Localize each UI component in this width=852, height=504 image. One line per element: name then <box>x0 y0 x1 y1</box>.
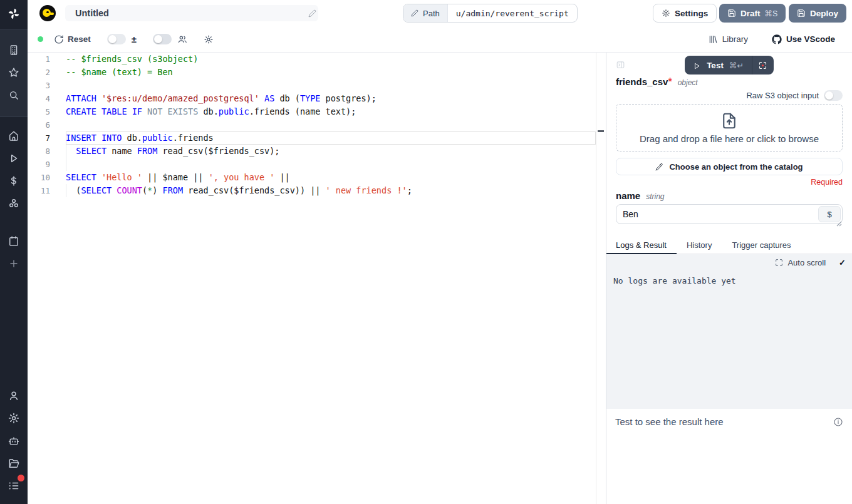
line-number: 6 <box>28 118 50 131</box>
diff-plus-minus-icon: ± <box>132 34 137 44</box>
collapse-panel-icon[interactable] <box>616 60 625 69</box>
resources-icon[interactable] <box>8 197 20 210</box>
line-number: 7 <box>28 131 50 145</box>
capture-target-icon <box>758 61 767 70</box>
path-value: u/admin/reverent_script <box>447 4 577 22</box>
code-lines: 1-- $friends_csv (s3object)2-- $name (te… <box>28 53 606 197</box>
settings-gear-icon[interactable] <box>8 412 20 424</box>
tab-logs-result[interactable]: Logs & Result <box>606 237 677 254</box>
code-text: ATTACH '$res:u/demo/amazed_postgresql' A… <box>66 92 377 105</box>
schedules-calendar-icon[interactable] <box>8 235 20 247</box>
editor-settings-gear-icon[interactable] <box>204 34 214 44</box>
line-number: 10 <box>28 171 50 184</box>
code-text: INSERT INTO db.public.friends <box>66 131 214 145</box>
save-icon <box>797 9 806 18</box>
raw-s3-toggle[interactable] <box>824 90 843 101</box>
test-button[interactable]: Test ⌘↵ <box>685 56 752 75</box>
required-star: * <box>668 76 672 88</box>
reset-button[interactable]: Reset <box>54 34 91 44</box>
save-icon <box>727 9 736 18</box>
resize-handle[interactable] <box>836 218 842 224</box>
arg-name: friends_csv <box>616 76 668 87</box>
raw-s3-row: Raw S3 object input <box>616 89 843 101</box>
logs-empty-message: No logs are available yet <box>613 276 846 285</box>
left-sidebar <box>0 0 28 504</box>
code-text: CREATE TABLE IF NOT EXISTS db.public.fri… <box>66 105 356 118</box>
edit-title-pencil-icon[interactable] <box>308 9 316 17</box>
top-header: Path u/admin/reverent_script Settings Dr… <box>28 0 852 26</box>
use-vscode-button[interactable]: Use VScode <box>772 34 835 44</box>
code-line[interactable]: 10SELECT 'Hello ' || $name || ', you hav… <box>28 171 606 184</box>
cursor-position-mark <box>598 130 604 132</box>
test-row: Test ⌘↵ <box>616 53 843 75</box>
settings-button[interactable]: Settings <box>653 4 717 23</box>
users-icon <box>177 34 187 44</box>
script-title-input[interactable] <box>65 5 318 21</box>
deploy-button[interactable]: Deploy <box>789 4 846 23</box>
tab-history[interactable]: History <box>677 237 722 254</box>
code-editor[interactable]: 1-- $friends_csv (s3object)2-- $name (te… <box>28 53 606 504</box>
code-line[interactable]: 11 (SELECT COUNT(*) FROM read_csv($frien… <box>28 184 606 197</box>
auto-scroll-toggle[interactable]: Auto scroll ✓ <box>613 258 846 267</box>
draft-shortcut: ⌘S <box>765 9 778 18</box>
test-shortcut: ⌘↵ <box>729 61 744 70</box>
pipette-icon <box>655 163 663 171</box>
code-line[interactable]: 3 <box>28 79 606 92</box>
path-label: Path <box>403 4 447 22</box>
code-line[interactable]: 5CREATE TABLE IF NOT EXISTS db.public.fr… <box>28 105 606 118</box>
app-window: Path u/admin/reverent_script Settings Dr… <box>0 0 852 504</box>
windmill-logo-icon[interactable] <box>8 8 20 20</box>
code-line[interactable]: 9 <box>28 158 606 171</box>
status-dot <box>38 36 43 42</box>
notification-dot <box>18 475 24 481</box>
search-icon[interactable] <box>8 89 20 101</box>
variables-dollar-icon[interactable] <box>8 175 20 187</box>
refresh-icon <box>54 34 64 44</box>
raw-s3-label: Raw S3 object input <box>746 91 819 100</box>
name-input[interactable] <box>616 204 843 224</box>
favorites-star-icon[interactable] <box>8 66 20 79</box>
code-line[interactable]: 4ATTACH '$res:u/demo/amazed_postgresql' … <box>28 92 606 105</box>
add-plus-icon[interactable] <box>8 257 20 270</box>
test-button-group: Test ⌘↵ <box>685 56 774 75</box>
code-line[interactable]: 2-- $name (text) = Ben <box>28 66 606 79</box>
arg-name: name <box>616 190 640 201</box>
diff-toggle[interactable] <box>107 34 126 44</box>
code-line[interactable]: 1-- $friends_csv (s3object) <box>28 53 606 66</box>
line-number: 8 <box>28 145 50 158</box>
name-input-wrap: $ <box>616 204 843 224</box>
assistant-bot-icon[interactable] <box>8 435 20 447</box>
file-dropzone[interactable]: Drag and drop a file here or click to br… <box>616 104 843 152</box>
tab-trigger-captures[interactable]: Trigger captures <box>722 237 801 254</box>
line-number: 2 <box>28 66 50 79</box>
draft-button[interactable]: Draft ⌘S <box>719 4 786 23</box>
code-text: SELECT 'Hello ' || $name || ', you have … <box>66 171 290 184</box>
library-button[interactable]: Library <box>708 34 748 44</box>
expand-icon <box>775 259 783 267</box>
folders-icon[interactable] <box>8 457 20 470</box>
duckdb-logo-icon[interactable] <box>39 5 56 21</box>
home-icon[interactable] <box>8 130 20 142</box>
capture-run-button[interactable] <box>752 56 774 75</box>
argument-header: name string <box>616 190 843 202</box>
code-line[interactable]: 8 SELECT name FROM read_csv($friends_csv… <box>28 145 606 158</box>
choose-object-button[interactable]: Choose an object from the catalog <box>616 158 843 175</box>
user-icon[interactable] <box>8 389 20 402</box>
audit-logs-list-icon[interactable] <box>8 480 20 492</box>
file-upload-icon <box>720 111 739 130</box>
runs-play-icon[interactable] <box>8 152 20 165</box>
result-tabs: Logs & ResultHistoryTrigger captures <box>606 237 852 254</box>
code-text: -- $friends_csv (s3object) <box>66 53 198 66</box>
path-button[interactable]: Path u/admin/reverent_script <box>403 4 578 23</box>
overview-ruler-scrollbar[interactable] <box>596 53 606 504</box>
required-label: Required <box>616 178 843 187</box>
workspace-icon[interactable] <box>8 44 20 56</box>
line-number: 1 <box>28 53 50 66</box>
multiplayer-toggle[interactable] <box>153 34 172 44</box>
info-icon[interactable] <box>833 417 843 427</box>
code-line[interactable]: 6 <box>28 118 606 131</box>
argument-header: friends_csv* object <box>616 76 843 89</box>
library-icon <box>708 34 718 44</box>
code-text: SELECT name FROM read_csv($friends_csv); <box>66 145 279 158</box>
code-line[interactable]: 7INSERT INTO db.public.friends <box>28 131 606 145</box>
